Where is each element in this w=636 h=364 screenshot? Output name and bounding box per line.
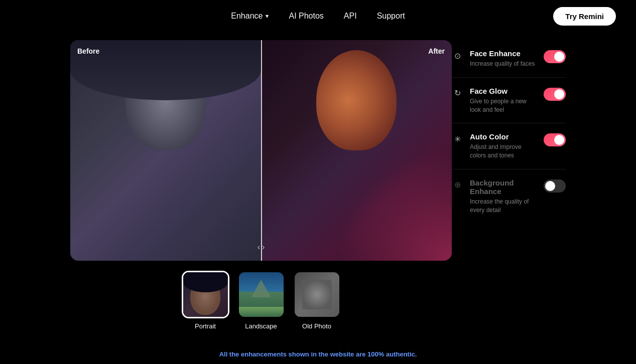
enhance-chevron-icon: ▾ — [266, 13, 269, 20]
nav-ai-photos-label: AI Photos — [289, 12, 323, 21]
auto-color-text: Auto Color Adjust and improve colors and… — [470, 132, 537, 160]
nav-ai-photos[interactable]: AI Photos — [289, 12, 323, 21]
nav-api-label: API — [344, 12, 357, 21]
portrait-image — [183, 272, 228, 317]
face-enhance-icon: ⊙ — [452, 50, 463, 61]
auto-color-desc: Adjust and improve colors and tones — [470, 143, 537, 160]
nav-enhance-label: Enhance — [231, 12, 263, 21]
auto-color-title: Auto Color — [470, 132, 537, 141]
navigation: Enhance ▾ AI Photos API Support Try Remi… — [0, 0, 636, 32]
landscape-label: Landscape — [245, 322, 277, 330]
thumbnail-strip: Portrait Landscape Old Photo — [182, 271, 341, 330]
face-glow-desc: Give to people a new look and feel — [470, 97, 537, 114]
face-enhance-title: Face Enhance — [470, 49, 537, 58]
before-image — [70, 40, 261, 261]
nav-support-label: Support — [377, 12, 405, 21]
background-enhance-desc: Increase the quality of every detail — [470, 198, 537, 215]
thumb-landscape[interactable]: Landscape — [237, 271, 285, 330]
face-enhance-toggle[interactable] — [544, 50, 566, 63]
main-content: Before After ‹ › Portrait — [0, 32, 636, 364]
comparison-divider[interactable] — [261, 40, 262, 261]
auto-color-icon: ✳ — [452, 133, 463, 144]
right-arrow-icon: › — [262, 243, 265, 252]
thumb-old-photo[interactable]: Old Photo — [293, 271, 341, 330]
face-enhance-desc: Increase quality of faces — [470, 60, 537, 68]
left-panel: Before After ‹ › Portrait — [70, 32, 452, 330]
auto-color-toggle[interactable] — [544, 133, 566, 146]
portrait-label: Portrait — [195, 322, 216, 330]
face-glow-text: Face Glow Give to people a new look and … — [470, 87, 537, 114]
after-label: After — [428, 47, 445, 55]
comparison-container: Before After ‹ › — [70, 40, 452, 261]
footer-plain: All the enhancements shown in the websit… — [219, 350, 367, 358]
background-enhance-title: Background Enhance — [470, 178, 537, 196]
footer-text: All the enhancements shown in the websit… — [0, 350, 636, 358]
nav-links: Enhance ▾ AI Photos API Support — [231, 12, 405, 21]
landscape-thumbnail[interactable] — [237, 271, 285, 318]
old-photo-thumbnail[interactable] — [293, 271, 341, 318]
footer-bold: 100% authentic. — [367, 350, 417, 358]
divider-arrows[interactable]: ‹ › — [258, 243, 265, 252]
old-photo-image — [295, 272, 339, 317]
thumb-portrait[interactable]: Portrait — [182, 271, 229, 330]
portrait-thumbnail[interactable] — [182, 271, 229, 318]
after-image — [261, 40, 452, 261]
auto-color-control: ✳ Auto Color Adjust and improve colors a… — [452, 123, 566, 169]
face-glow-icon: ↻ — [452, 88, 463, 99]
face-glow-toggle[interactable] — [544, 88, 566, 101]
face-glow-control: ↻ Face Glow Give to people a new look an… — [452, 78, 566, 124]
face-enhance-text: Face Enhance Increase quality of faces — [470, 49, 537, 68]
background-enhance-control: ⊕ Background Enhance Increase the qualit… — [452, 169, 566, 224]
face-glow-title: Face Glow — [470, 87, 537, 95]
landscape-image — [239, 272, 284, 317]
background-enhance-icon: ⊕ — [452, 179, 463, 191]
nav-enhance[interactable]: Enhance ▾ — [231, 12, 269, 21]
nav-api[interactable]: API — [344, 12, 357, 21]
nav-support[interactable]: Support — [377, 12, 405, 21]
background-enhance-toggle[interactable] — [544, 179, 566, 193]
controls-panel: ⊙ Face Enhance Increase quality of faces… — [452, 32, 566, 224]
left-arrow-icon: ‹ — [258, 243, 260, 252]
background-enhance-text: Background Enhance Increase the quality … — [470, 178, 537, 215]
before-label: Before — [77, 47, 99, 55]
face-enhance-control: ⊙ Face Enhance Increase quality of faces — [452, 40, 566, 78]
try-remini-button[interactable]: Try Remini — [553, 7, 616, 26]
old-photo-label: Old Photo — [302, 322, 331, 330]
